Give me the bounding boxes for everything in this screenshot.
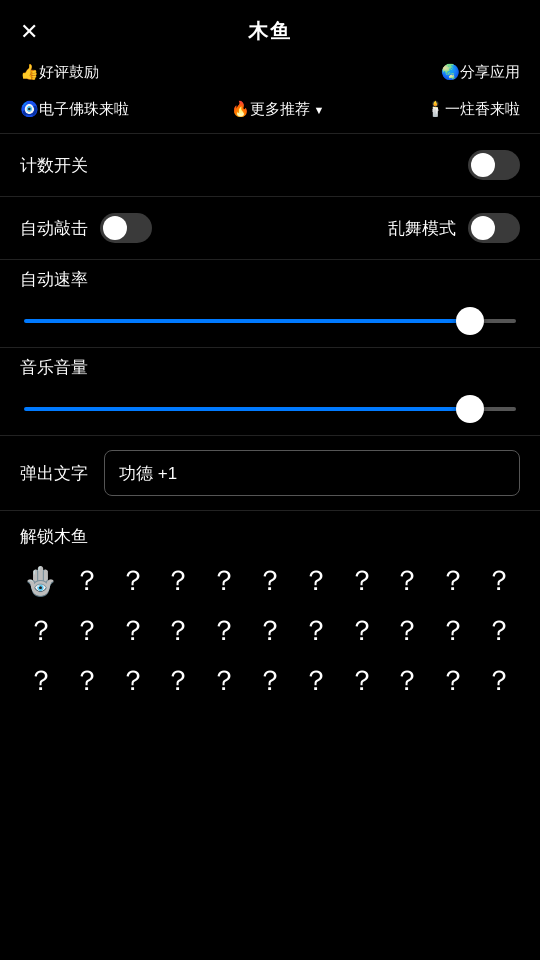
- fish-item-31[interactable]: ？: [432, 662, 474, 700]
- fish-grid: 🪬 ？ ？ ？ ？ ？ ？ ？ ？ ？ ？ ？ ？ ？ ？ ？ ？ ？ ？ ？ …: [20, 562, 520, 700]
- crazy-mode-label: 乱舞模式: [388, 217, 456, 240]
- fish-item-16[interactable]: ？: [249, 612, 291, 650]
- fish-item-21[interactable]: ？: [478, 612, 520, 650]
- quick-links-row: 👍好评鼓励 🌏分享应用: [0, 55, 540, 90]
- unlock-section: 解锁木鱼 🪬 ？ ？ ？ ？ ？ ？ ？ ？ ？ ？ ？ ？ ？ ？ ？ ？ ？…: [0, 511, 540, 708]
- fish-item-22[interactable]: ？: [20, 662, 62, 700]
- fish-item-24[interactable]: ？: [112, 662, 154, 700]
- fish-item-26[interactable]: ？: [203, 662, 245, 700]
- fish-item-0[interactable]: 🪬: [20, 562, 62, 600]
- close-button[interactable]: ✕: [20, 21, 38, 43]
- fish-item-1[interactable]: ？: [66, 562, 108, 600]
- fish-item-9[interactable]: ？: [432, 562, 474, 600]
- count-switch-label: 计数开关: [20, 154, 88, 177]
- count-switch-row: 计数开关: [0, 134, 540, 196]
- fish-item-5[interactable]: ？: [249, 562, 291, 600]
- popup-text-label: 弹出文字: [20, 462, 88, 485]
- popup-text-row: 弹出文字: [0, 436, 540, 510]
- auto-speed-slider-wrapper: [20, 309, 520, 327]
- fish-item-27[interactable]: ？: [249, 662, 291, 700]
- fish-item-32[interactable]: ？: [478, 662, 520, 700]
- music-volume-slider[interactable]: [24, 407, 516, 411]
- fish-item-12[interactable]: ？: [66, 612, 108, 650]
- nav-more-recommended[interactable]: 🔥更多推荐 ▼: [231, 100, 325, 119]
- header: ✕ 木鱼: [0, 0, 540, 55]
- auto-speed-slider[interactable]: [24, 319, 516, 323]
- fish-item-6[interactable]: ？: [295, 562, 337, 600]
- page-title: 木鱼: [248, 18, 292, 45]
- fish-item-11[interactable]: ？: [20, 612, 62, 650]
- fish-item-19[interactable]: ？: [387, 612, 429, 650]
- fish-item-3[interactable]: ？: [157, 562, 199, 600]
- fish-item-15[interactable]: ？: [203, 612, 245, 650]
- share-app-link[interactable]: 🌏分享应用: [441, 63, 520, 82]
- music-volume-label: 音乐音量: [20, 356, 520, 379]
- auto-hit-toggle[interactable]: [100, 213, 152, 243]
- music-volume-section: 音乐音量: [0, 348, 540, 435]
- nav-candle[interactable]: 🕯️一炷香来啦: [426, 100, 520, 119]
- fish-item-30[interactable]: ？: [387, 662, 429, 700]
- crazy-mode-toggle[interactable]: [468, 213, 520, 243]
- nav-label-recommended: 🔥更多推荐: [231, 100, 310, 119]
- auto-hit-row: 自动敲击 乱舞模式: [0, 197, 540, 259]
- nav-label-beads: 🧿电子佛珠来啦: [20, 100, 129, 119]
- rate-app-link[interactable]: 👍好评鼓励: [20, 63, 99, 82]
- auto-speed-label: 自动速率: [20, 268, 520, 291]
- fish-item-10[interactable]: ？: [478, 562, 520, 600]
- fish-item-13[interactable]: ？: [112, 612, 154, 650]
- fish-item-8[interactable]: ？: [387, 562, 429, 600]
- fish-item-17[interactable]: ？: [295, 612, 337, 650]
- fish-item-29[interactable]: ？: [341, 662, 383, 700]
- nav-row: 🧿电子佛珠来啦 🔥更多推荐 ▼ 🕯️一炷香来啦: [0, 90, 540, 133]
- count-switch-toggle[interactable]: [468, 150, 520, 180]
- fish-item-28[interactable]: ？: [295, 662, 337, 700]
- auto-speed-section: 自动速率: [0, 260, 540, 347]
- fish-item-7[interactable]: ？: [341, 562, 383, 600]
- auto-hit-label: 自动敲击: [20, 217, 88, 240]
- dropdown-arrow-icon: ▼: [314, 104, 325, 116]
- nav-label-candle: 🕯️一炷香来啦: [426, 100, 520, 119]
- fish-item-14[interactable]: ？: [157, 612, 199, 650]
- popup-text-input[interactable]: [104, 450, 520, 496]
- fish-item-25[interactable]: ？: [157, 662, 199, 700]
- music-volume-slider-wrapper: [20, 397, 520, 415]
- nav-electronic-beads[interactable]: 🧿电子佛珠来啦: [20, 100, 129, 119]
- unlock-title: 解锁木鱼: [20, 525, 520, 548]
- fish-item-20[interactable]: ？: [432, 612, 474, 650]
- fish-item-2[interactable]: ？: [112, 562, 154, 600]
- fish-item-4[interactable]: ？: [203, 562, 245, 600]
- fish-item-23[interactable]: ？: [66, 662, 108, 700]
- fish-item-18[interactable]: ？: [341, 612, 383, 650]
